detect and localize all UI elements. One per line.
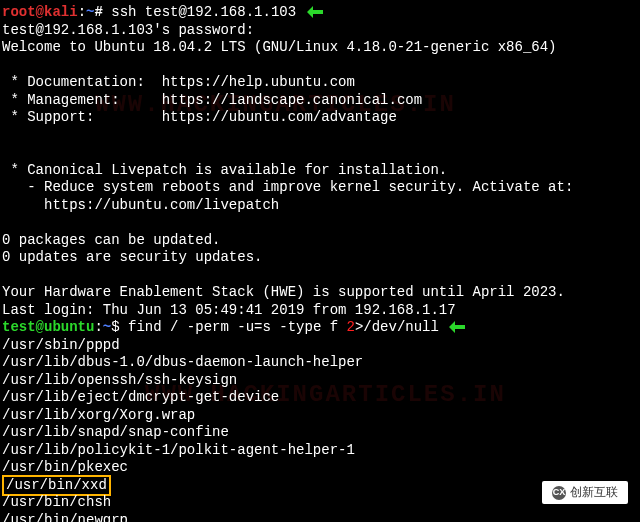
- mgmt-url: https://landscape.canonical.com: [162, 92, 422, 108]
- doc-line: * Documentation: https://help.ubuntu.com: [2, 74, 638, 92]
- pkg-line-1: 0 packages can be updated.: [2, 232, 638, 250]
- blank-line: [2, 57, 638, 75]
- result-line: /usr/lib/eject/dmcrypt-get-device: [2, 389, 638, 407]
- livepatch-line-2: - Reduce system reboots and improve kern…: [2, 179, 638, 197]
- welcome-line: Welcome to Ubuntu 18.04.2 LTS (GNU/Linux…: [2, 39, 638, 57]
- highlight-box: /usr/bin/xxd: [2, 475, 111, 497]
- kali-host: kali: [44, 4, 78, 20]
- kali-sep: :: [78, 4, 86, 20]
- find-cmd-part3: >/dev/null: [355, 319, 439, 335]
- result-line: /usr/lib/openssh/ssh-keysign: [2, 372, 638, 390]
- result-line: /usr/lib/snapd/snap-confine: [2, 424, 638, 442]
- mgmt-line: * Management: https://landscape.canonica…: [2, 92, 638, 110]
- blank-line: [2, 214, 638, 232]
- result-line: /usr/lib/dbus-1.0/dbus-daemon-launch-hel…: [2, 354, 638, 372]
- ubuntu-host: ubuntu: [44, 319, 94, 335]
- ubuntu-path: ~: [103, 319, 111, 335]
- kali-prompt-line[interactable]: root@kali:~# ssh test@192.168.1.103: [2, 4, 638, 22]
- terminal-output: root@kali:~# ssh test@192.168.1.103 test…: [2, 4, 638, 522]
- result-line: /usr/bin/newgrp: [2, 512, 638, 523]
- last-login-line: Last login: Thu Jun 13 05:49:41 2019 fro…: [2, 302, 638, 320]
- ubuntu-prompt: $: [111, 319, 119, 335]
- hwe-line: Your Hardware Enablement Stack (HWE) is …: [2, 284, 638, 302]
- password-prompt: test@192.168.1.103's password:: [2, 22, 638, 40]
- arrow-left-icon: [307, 6, 323, 18]
- kali-at: @: [36, 4, 44, 20]
- find-cmd-fd: 2: [347, 319, 355, 335]
- arrow-left-icon: [449, 321, 465, 333]
- result-line: /usr/lib/policykit-1/polkit-agent-helper…: [2, 442, 638, 460]
- blank-line: [2, 127, 638, 145]
- ubuntu-at: @: [36, 319, 44, 335]
- result-line: /usr/sbin/pppd: [2, 337, 638, 355]
- kali-prompt: #: [94, 4, 102, 20]
- livepatch-line-1: * Canonical Livepatch is available for i…: [2, 162, 638, 180]
- support-url: https://ubuntu.com/advantage: [162, 109, 397, 125]
- livepatch-line-3: https://ubuntu.com/livepatch: [2, 197, 638, 215]
- result-line: /usr/bin/chsh: [2, 494, 638, 512]
- find-cmd-part1: find / -perm -u=s -type f: [128, 319, 346, 335]
- ubuntu-prompt-line[interactable]: test@ubuntu:~$ find / -perm -u=s -type f…: [2, 319, 638, 337]
- ubuntu-sep: :: [94, 319, 102, 335]
- doc-url: https://help.ubuntu.com: [162, 74, 355, 90]
- result-line: /usr/lib/xorg/Xorg.wrap: [2, 407, 638, 425]
- kali-command: ssh test@192.168.1.103: [111, 4, 296, 20]
- kali-user: root: [2, 4, 36, 20]
- highlighted-result-line: /usr/bin/xxd: [2, 477, 638, 495]
- blank-line: [2, 267, 638, 285]
- support-line: * Support: https://ubuntu.com/advantage: [2, 109, 638, 127]
- pkg-line-2: 0 updates are security updates.: [2, 249, 638, 267]
- ubuntu-user: test: [2, 319, 36, 335]
- blank-line: [2, 144, 638, 162]
